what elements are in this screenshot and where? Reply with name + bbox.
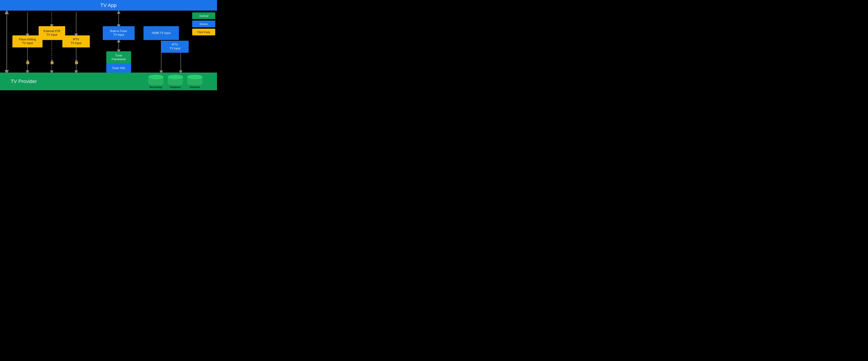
svg-point-30 — [187, 75, 203, 79]
legend-android: Android — [192, 12, 215, 19]
programs-label: Programs — [170, 86, 181, 89]
channels-cylinder-icon — [187, 74, 203, 85]
svg-text:🔒: 🔒 — [74, 60, 79, 64]
channels-label: Channels — [190, 86, 200, 89]
recordings-label: Recordings — [150, 86, 162, 89]
recordings-cylinder-icon — [148, 74, 164, 85]
hdmi-tv-input-box: HDMI TV Input — [144, 26, 179, 40]
tv-app-title: TV App — [100, 2, 117, 8]
place-shifting-label: Place-shiftingTV Input — [19, 38, 36, 45]
tuner-framework-box: TunerFramework — [106, 51, 131, 64]
database-container: Recordings Programs Channels — [148, 74, 203, 89]
svg-text:🔒: 🔒 — [50, 60, 55, 64]
builtin-tuner-box: Built-in-TunerTV Input — [103, 26, 135, 40]
db-recordings: Recordings — [148, 74, 164, 89]
hdmi-tv-input-label: HDMI TV Input — [152, 31, 170, 35]
db-channels: Channels — [187, 74, 203, 89]
tv-provider-footer: TV Provider Recordings Programs — [0, 72, 217, 90]
tuner-framework-label: TunerFramework — [112, 54, 126, 61]
iptv-left-label: IPTVTV Input — [71, 38, 81, 45]
external-stb-box: External STBTV Input — [39, 26, 65, 40]
programs-cylinder-icon — [167, 74, 183, 85]
iptv-right-label: IPTVTV Input — [169, 43, 180, 51]
legend-device: Device — [192, 21, 215, 27]
place-shifting-box: Place-shiftingTV Input — [12, 35, 42, 47]
svg-point-26 — [168, 75, 183, 79]
iptv-left-box: IPTVTV Input — [62, 35, 90, 47]
iptv-right-box: IPTVTV Input — [161, 41, 189, 53]
svg-point-22 — [148, 75, 163, 79]
svg-text:🔒: 🔒 — [25, 60, 30, 64]
legend-android-label: Android — [199, 14, 208, 17]
tv-app-header: TV App — [0, 0, 217, 11]
db-programs: Programs — [167, 74, 183, 89]
legend-device-label: Device — [199, 23, 208, 26]
builtin-tuner-label: Built-in-TunerTV Input — [110, 29, 127, 37]
legend: Android Device Third Party — [192, 12, 215, 35]
tuner-hal-label: Tuner HAL — [112, 66, 126, 70]
external-stb-label: External STBTV Input — [43, 29, 60, 37]
tuner-hal-box: Tuner HAL — [106, 64, 131, 72]
tv-provider-title: TV Provider — [11, 78, 37, 84]
legend-thirdparty: Third Party — [192, 29, 215, 35]
legend-thirdparty-label: Third Party — [197, 31, 210, 34]
